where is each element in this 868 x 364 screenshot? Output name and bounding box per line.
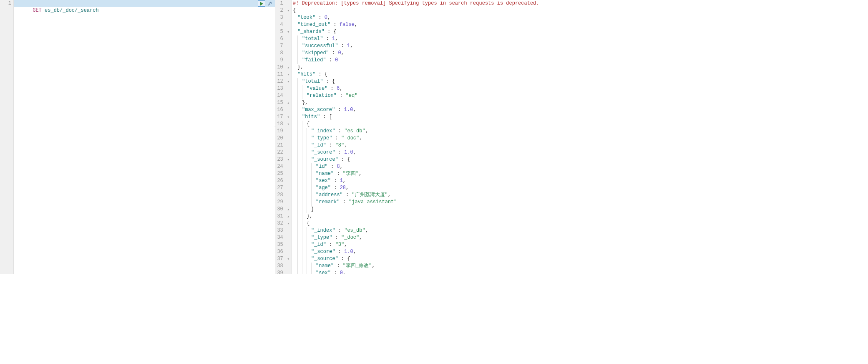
fold-toggle-icon[interactable]: ▾ <box>286 256 289 263</box>
response-line: #! Deprecation: [types removal] Specifyi… <box>292 0 651 7</box>
line-number: 33 <box>275 227 289 234</box>
response-line: "total" : 1, <box>292 35 651 43</box>
wrench-button[interactable] <box>266 0 274 7</box>
code-token: "name" <box>316 171 334 177</box>
line-number: 22 <box>275 149 289 156</box>
code-token: "_shards" <box>297 29 325 35</box>
code-token: : <box>323 36 332 42</box>
response-line: "hits" : { <box>292 71 651 78</box>
play-button[interactable] <box>258 0 265 7</box>
line-number: 34 <box>275 234 289 241</box>
fold-toggle-icon[interactable]: ▴ <box>286 213 289 220</box>
fold-toggle-icon[interactable]: ▾ <box>286 29 289 36</box>
response-line: "total" : { <box>292 78 651 85</box>
code-token: "广州荔湾大厦" <box>352 192 387 198</box>
fold-toggle-icon[interactable]: ▾ <box>286 114 289 121</box>
code-token: "sex" <box>316 178 331 184</box>
wrench-icon <box>267 1 272 6</box>
fold-toggle-icon[interactable]: ▾ <box>286 121 289 128</box>
play-icon <box>259 2 264 6</box>
request-gutter: 1 <box>0 0 14 274</box>
code-token: , <box>335 36 338 42</box>
fold-toggle-icon[interactable]: ▴ <box>286 100 289 107</box>
line-number: 28 <box>275 192 289 199</box>
request-line[interactable]: GET es_db/_doc/_search <box>14 0 275 7</box>
code-token: : <box>326 57 335 63</box>
line-number: 2 ▾ <box>275 7 289 14</box>
response-line: "name" : "李四", <box>292 170 651 177</box>
code-token: : <box>329 50 338 56</box>
code-token: 1.0 <box>344 107 353 113</box>
line-number: 11 ▾ <box>275 71 289 78</box>
response-line: "failed" : 0 <box>292 57 651 64</box>
code-token: 28 <box>340 185 346 191</box>
code-token: , <box>359 135 362 141</box>
line-number: 9 <box>275 57 289 64</box>
code-token: , <box>353 149 356 155</box>
fold-toggle-icon[interactable]: ▴ <box>286 206 289 213</box>
response-line: { <box>292 7 651 14</box>
code-token: , <box>340 164 343 169</box>
line-number: 7 <box>275 43 289 50</box>
code-token: "_doc" <box>341 235 359 240</box>
fold-toggle-icon[interactable]: ▴ <box>286 64 289 71</box>
code-token: "address" <box>316 192 343 198</box>
code-token: , <box>344 242 347 248</box>
fold-toggle-icon[interactable]: ▾ <box>286 71 289 78</box>
code-token: 0 <box>335 57 338 63</box>
code-token: "es_db" <box>344 228 365 233</box>
response-line: }, <box>292 64 651 71</box>
fold-toggle-icon[interactable]: ▾ <box>286 157 289 164</box>
code-token: : <box>326 242 335 248</box>
code-token: "李四_修改" <box>343 263 372 269</box>
request-editor-pane: 1 GET es_db/_doc/_search <box>0 0 275 274</box>
code-token: : <box>331 270 340 274</box>
code-token: 0 <box>340 270 343 274</box>
code-token: , <box>372 263 375 269</box>
line-number: 29 <box>275 199 289 206</box>
code-token: : <box>331 178 340 184</box>
code-token: } <box>311 206 314 212</box>
pane-resize-handle[interactable]: ⋮⋮ <box>273 125 277 128</box>
code-token: : <box>334 263 343 269</box>
response-line: "address" : "广州荔湾大厦", <box>292 192 651 199</box>
response-code-area[interactable]: #! Deprecation: [types removal] Specifyi… <box>292 0 651 274</box>
code-token: false <box>340 22 355 28</box>
code-token: : { <box>325 29 337 35</box>
line-number: 6 <box>275 35 289 43</box>
code-token: "value" <box>307 86 327 91</box>
code-token: "total" <box>302 78 323 84</box>
response-line: { <box>292 220 651 227</box>
code-token: : <box>335 149 345 155</box>
code-token: : <box>343 192 352 198</box>
svg-marker-0 <box>260 2 263 6</box>
code-token: , <box>343 178 346 184</box>
code-token: "_score" <box>311 149 335 155</box>
response-line: "_id" : "3", <box>292 241 651 248</box>
request-code-area[interactable]: GET es_db/_doc/_search <box>14 0 275 274</box>
line-number: 30 ▴ <box>275 206 289 213</box>
response-line: }, <box>292 99 651 106</box>
fold-toggle-icon[interactable]: ▾ <box>286 78 289 86</box>
fold-toggle-icon[interactable]: ▾ <box>286 8 289 15</box>
code-token: : <box>332 135 341 141</box>
code-token: { <box>307 121 309 127</box>
code-token: : { <box>338 157 350 162</box>
request-actions <box>257 0 275 7</box>
code-token: , <box>344 142 347 148</box>
code-token: }, <box>297 64 303 70</box>
code-token: "_index" <box>311 128 335 134</box>
line-number: 38 <box>275 263 289 270</box>
deprecation-warning: #! Deprecation: [types removal] Specifyi… <box>293 0 539 6</box>
line-number: 18 ▾ <box>275 121 289 128</box>
line-number: 8 <box>275 50 289 57</box>
code-token: "successful" <box>302 43 338 49</box>
line-number: 5 ▾ <box>275 28 289 35</box>
line-number: 21 <box>275 142 289 149</box>
response-line: "name" : "李四_修改", <box>292 263 651 270</box>
fold-toggle-icon[interactable]: ▾ <box>286 220 289 228</box>
http-method: GET <box>33 8 42 13</box>
code-token: "hits" <box>302 114 320 120</box>
code-token: : <box>335 228 345 233</box>
line-number: 19 <box>275 128 289 135</box>
